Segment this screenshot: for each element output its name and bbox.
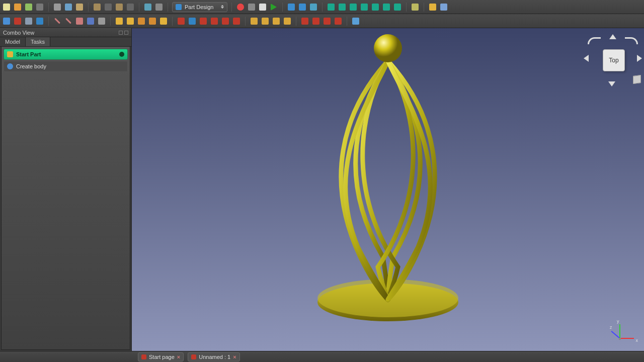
linear-icon[interactable]: [311, 17, 320, 26]
groove-icon[interactable]: [199, 17, 208, 26]
redo-icon[interactable]: [115, 3, 124, 12]
loft-icon[interactable]: [137, 17, 146, 26]
refresh-icon[interactable]: [143, 3, 152, 12]
line-icon[interactable]: [53, 17, 62, 26]
import-icon[interactable]: [24, 17, 33, 26]
bottom-icon[interactable]: [382, 3, 391, 12]
top-icon[interactable]: [349, 3, 358, 12]
navcube-rotate-cw-icon[interactable]: [625, 37, 638, 44]
record-icon[interactable]: [236, 3, 245, 12]
shapebinder-icon[interactable]: [97, 17, 106, 26]
tab-model[interactable]: Model: [0, 37, 26, 46]
combo-view-tabs: ModelTasks: [0, 37, 131, 47]
helix-icon[interactable]: [159, 17, 168, 26]
mirror-icon[interactable]: [300, 17, 309, 26]
print-icon[interactable]: [35, 3, 44, 12]
chamfer-icon[interactable]: [261, 17, 270, 26]
combo-view-title: Combo View: [0, 28, 131, 37]
panel-title-label: Combo View: [3, 30, 34, 36]
task-label: Start Part: [16, 51, 41, 57]
undo-icon[interactable]: [93, 3, 102, 12]
link-sub-icon[interactable]: [13, 17, 22, 26]
part-icon: [7, 51, 13, 57]
revolve-icon[interactable]: [126, 17, 135, 26]
redo-menu-icon[interactable]: [126, 3, 135, 12]
navcube-face-button[interactable]: Top: [603, 49, 625, 71]
rendered-model: [282, 28, 494, 332]
axis-x-label: x: [636, 338, 638, 343]
pocket-icon[interactable]: [177, 17, 186, 26]
right-icon[interactable]: [360, 3, 369, 12]
pad-icon[interactable]: [115, 17, 124, 26]
navcube-left-arrow-icon[interactable]: [584, 55, 589, 62]
axis-z-label: z: [610, 325, 612, 330]
paste-icon[interactable]: [75, 3, 84, 12]
tab-tasks[interactable]: Tasks: [26, 37, 50, 46]
front-icon[interactable]: [338, 3, 347, 12]
sub-sweep-icon[interactable]: [221, 17, 230, 26]
left-icon[interactable]: [393, 3, 402, 12]
line2-icon[interactable]: [64, 17, 73, 26]
navigation-cube[interactable]: Top: [588, 34, 638, 84]
panel-float-icon[interactable]: [119, 31, 123, 35]
task-start-part[interactable]: Start Part: [4, 49, 128, 60]
navcube-up-arrow-icon[interactable]: [609, 34, 616, 39]
fillet-icon[interactable]: [250, 17, 259, 26]
cut-icon[interactable]: [53, 3, 62, 12]
navcube-rotate-ccw-icon[interactable]: [588, 37, 601, 44]
main-toolbar-row-2: [0, 14, 644, 28]
stop-icon[interactable]: [247, 3, 256, 12]
undo-menu-icon[interactable]: [104, 3, 113, 12]
document-tab[interactable]: Unnamed : 1×: [188, 352, 239, 361]
document-tab-label: Unnamed : 1: [199, 354, 230, 360]
open-icon[interactable]: [13, 3, 22, 12]
task-label: Create body: [16, 63, 46, 69]
new-file-icon[interactable]: [2, 3, 11, 12]
measure-icon[interactable]: [411, 3, 420, 12]
link-group-icon[interactable]: [35, 17, 44, 26]
hole-icon[interactable]: [188, 17, 197, 26]
document-tab[interactable]: Start page×: [138, 352, 184, 361]
rear-icon[interactable]: [371, 3, 380, 12]
navcube-down-arrow-icon[interactable]: [608, 81, 615, 86]
close-tab-icon[interactable]: ×: [177, 354, 180, 360]
link-icon[interactable]: [2, 17, 11, 26]
sweep-icon[interactable]: [148, 17, 157, 26]
main-toolbar-row-1: Part Design: [0, 0, 644, 14]
multi-icon[interactable]: [334, 17, 343, 26]
close-tab-icon[interactable]: ×: [233, 354, 236, 360]
edit-macro-icon[interactable]: [258, 3, 267, 12]
collapse-dot-icon[interactable]: [119, 52, 124, 57]
iso-icon[interactable]: [327, 3, 336, 12]
draft-icon[interactable]: [272, 17, 281, 26]
document-tab-label: Start page: [149, 354, 175, 360]
group-icon[interactable]: [439, 3, 448, 12]
navcube-right-arrow-icon[interactable]: [637, 55, 642, 62]
thickness-icon[interactable]: [283, 17, 292, 26]
axis-indicator: x y z: [616, 321, 638, 343]
3d-viewport[interactable]: Top x y z: [132, 28, 644, 351]
svg-point-2: [374, 34, 402, 62]
draw-style-icon[interactable]: [309, 3, 318, 12]
part-icon[interactable]: [428, 3, 437, 12]
panel-close-icon[interactable]: [124, 31, 128, 35]
whats-this-icon[interactable]: [154, 3, 164, 12]
combo-view-panel: Combo View ModelTasks Start PartCreate b…: [0, 28, 132, 351]
workbench-label: Part Design: [185, 4, 213, 10]
task-create-body[interactable]: Create body: [4, 61, 128, 72]
sub-helix-icon[interactable]: [232, 17, 241, 26]
boolean-icon[interactable]: [351, 17, 360, 26]
polar-icon[interactable]: [323, 17, 332, 26]
fit-all-icon[interactable]: [287, 3, 296, 12]
body-icon: [7, 63, 13, 69]
doc-icon: [141, 354, 146, 359]
navcube-mini-icon[interactable]: [633, 75, 641, 84]
plane-icon[interactable]: [75, 17, 84, 26]
workbench-selector[interactable]: Part Design: [172, 2, 227, 12]
copy-icon[interactable]: [64, 3, 73, 12]
save-icon[interactable]: [24, 3, 33, 12]
cs-icon[interactable]: [86, 17, 95, 26]
play-icon[interactable]: [269, 3, 278, 12]
fit-sel-icon[interactable]: [298, 3, 307, 12]
sub-loft-icon[interactable]: [210, 17, 219, 26]
